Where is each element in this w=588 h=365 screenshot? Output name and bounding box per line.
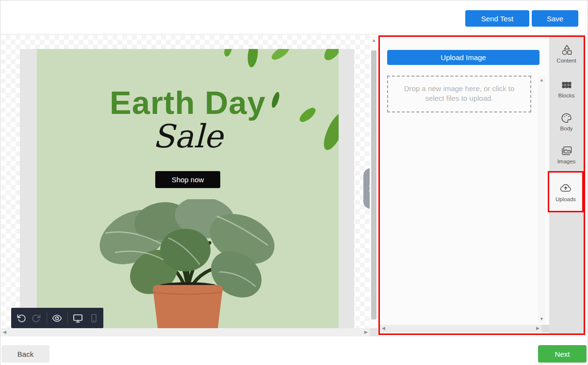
sidebar-item-label: Uploads (555, 196, 576, 202)
preview-toolbar (11, 308, 103, 328)
back-button[interactable]: Back (1, 345, 49, 363)
upload-image-button[interactable]: Upload Image (387, 50, 539, 65)
scroll-down-arrow[interactable]: ▼ (538, 316, 545, 323)
desktop-icon[interactable] (72, 313, 83, 324)
sidebar-item-label: Body (560, 126, 572, 131)
toolbar-divider (67, 312, 68, 324)
scroll-up-arrow[interactable]: ▲ (370, 37, 377, 44)
scrollbar-thumb[interactable] (371, 50, 376, 319)
banner-headline: Earth Day (37, 84, 339, 121)
email-banner-block: Earth Day Sale Shop now (37, 49, 339, 328)
chevron-right-icon (366, 184, 370, 193)
shop-now-button[interactable]: Shop now (155, 171, 220, 188)
redo-icon[interactable] (31, 313, 42, 323)
scrollbar-corner (541, 325, 549, 333)
save-button[interactable]: Save (532, 10, 578, 27)
banner-script-text: Sale (37, 118, 339, 155)
undo-icon[interactable] (16, 313, 27, 323)
bottom-bar: Back Next (0, 337, 588, 365)
shapes-icon (560, 44, 573, 56)
preview-eye-icon[interactable] (51, 313, 63, 324)
blocks-grid-icon (560, 79, 573, 91)
sidebar-item-content[interactable]: Content (549, 44, 584, 63)
uploads-panel-highlighted: Upload Image Drop a new image here, or c… (378, 35, 585, 335)
scroll-left-arrow[interactable]: ◀ (380, 325, 387, 332)
palette-icon (560, 111, 573, 124)
scrollbar-corner (370, 328, 378, 336)
email-editor-window: Send Test Save Earth Day Sale (0, 0, 588, 365)
scroll-up-arrow[interactable]: ▲ (538, 77, 545, 84)
sidebar-item-label: Images (557, 159, 576, 164)
sidebar-item-images[interactable]: Images (549, 144, 584, 164)
panel-horizontal-scrollbar[interactable]: ◀ ▶ (380, 325, 541, 333)
potted-plant-image (96, 199, 280, 328)
canvas-horizontal-scrollbar[interactable]: ◀ ▶ (1, 328, 370, 336)
send-test-button[interactable]: Send Test (465, 10, 529, 27)
panel-vertical-scrollbar[interactable]: ▲ ▼ (538, 77, 545, 323)
sidebar-item-body[interactable]: Body (549, 111, 584, 131)
email-design-preview[interactable]: Earth Day Sale Shop now (20, 49, 354, 328)
canvas-transparency-background: Earth Day Sale Shop now (1, 35, 370, 328)
toolbar-divider (47, 312, 47, 324)
image-dropzone[interactable]: Drop a new image here, or click to selec… (387, 76, 531, 112)
next-button[interactable]: Next (538, 345, 587, 363)
editor-canvas: Earth Day Sale Shop now (1, 35, 378, 337)
top-bar: Send Test Save (0, 0, 588, 34)
panel-collapse-handle[interactable] (363, 168, 370, 209)
sidebar-item-label: Blocks (558, 93, 575, 98)
cloud-upload-icon (559, 181, 572, 195)
images-icon (560, 144, 573, 157)
scroll-left-arrow[interactable]: ◀ (1, 329, 8, 336)
sidebar-item-label: Content (556, 58, 576, 63)
uploads-panel-content: Upload Image Drop a new image here, or c… (380, 37, 549, 333)
scroll-right-arrow[interactable]: ▶ (534, 325, 541, 332)
sidebar-item-uploads-active[interactable]: Uploads (548, 171, 584, 212)
scroll-right-arrow[interactable]: ▶ (362, 329, 370, 336)
canvas-vertical-scrollbar[interactable]: ▲ ▼ (370, 37, 377, 335)
mobile-icon[interactable] (88, 313, 99, 323)
sidebar-item-blocks[interactable]: Blocks (549, 79, 584, 98)
editor-sidebar: Content Blocks Body (549, 37, 584, 333)
